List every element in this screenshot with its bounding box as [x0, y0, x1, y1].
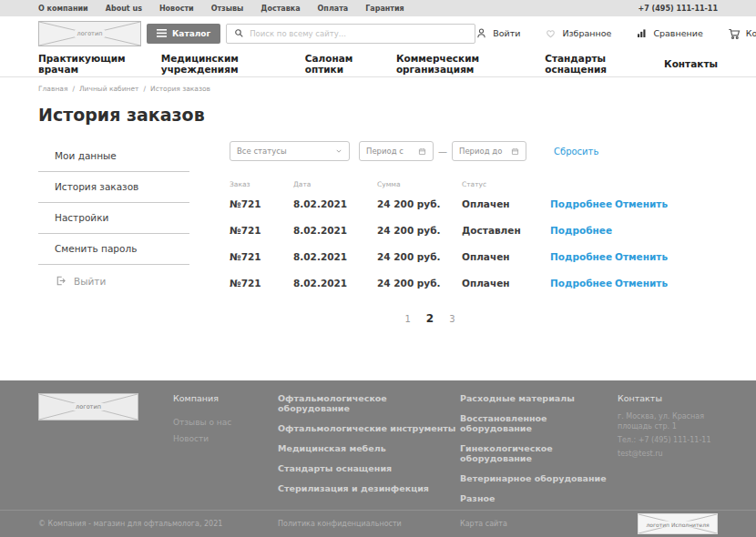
topbar-link[interactable]: О компании — [38, 5, 88, 13]
order-details-link[interactable]: Подробнее — [550, 251, 615, 262]
table-row: №721 8.02.2021 24 200 руб. Оплачен Подро… — [230, 198, 718, 209]
topbar-link[interactable]: Новости — [159, 5, 194, 13]
footer-category-link[interactable]: Офтальмологическое оборудование — [278, 393, 460, 413]
breadcrumb-separator: / — [143, 85, 146, 93]
order-details-link[interactable]: Подробнее — [550, 278, 615, 289]
orders-table-header: Заказ Дата Сумма Статус — [230, 180, 718, 188]
footer-category-link[interactable]: Разное — [460, 493, 618, 503]
search-box — [226, 24, 475, 44]
footer-category-link[interactable]: Стандарты оснащения — [278, 463, 460, 473]
search-input[interactable] — [250, 29, 467, 38]
page-title: История заказов — [0, 93, 756, 125]
orders-table-body: №721 8.02.2021 24 200 руб. Оплачен Подро… — [230, 198, 718, 289]
logout-icon — [55, 275, 66, 287]
status-select[interactable]: Все статусы — [230, 141, 350, 161]
hamburger-icon — [157, 29, 167, 37]
cart-icon — [728, 27, 741, 40]
footer-logo-label: логотип — [73, 403, 104, 410]
order-details-link[interactable]: Подробнее — [550, 225, 615, 236]
footer-category-link[interactable]: Расходные материалы — [460, 393, 618, 403]
sidebar-item[interactable]: Настройки — [38, 203, 189, 234]
developer-logo-label: логотип Исполнителя — [643, 521, 711, 527]
footer-category-link[interactable]: Восстановленное оборудование — [460, 413, 618, 433]
footer-link[interactable]: Отзывы о нас — [173, 418, 278, 427]
topbar-link[interactable]: Доставка — [261, 5, 300, 13]
site-logo[interactable]: логотип — [38, 21, 141, 46]
breadcrumb-item[interactable]: История заказов — [150, 85, 210, 93]
logout-button[interactable]: Выйти — [38, 265, 189, 287]
footer-category-link[interactable]: Стерилизация и дезинфекция — [278, 483, 460, 493]
pagination-page[interactable]: 3 — [449, 314, 455, 324]
privacy-policy-link[interactable]: Политика конфиденциальности — [278, 520, 460, 528]
chevron-down-icon — [335, 147, 342, 155]
compare-button[interactable]: Сравнение — [636, 27, 702, 39]
sidebar-item[interactable]: История заказов — [38, 172, 189, 203]
col-header-order: Заказ — [230, 180, 293, 188]
nav-item[interactable]: Стандарты оснащения — [545, 53, 642, 75]
cart-button[interactable]: Корзина — [728, 27, 756, 40]
footer-company-title[interactable]: Компания — [173, 393, 278, 403]
nav-item[interactable]: Практикующим врачам — [38, 53, 139, 75]
main-content: Мои данныеИстория заказовНастройкиСменит… — [0, 125, 756, 325]
topbar-link[interactable]: Оплата — [318, 5, 349, 13]
footer-logo[interactable]: логотип — [38, 393, 138, 420]
topbar-link[interactable]: Отзывы — [211, 5, 244, 13]
pagination-page[interactable]: 2 — [426, 312, 434, 325]
login-button[interactable]: Войти — [475, 27, 520, 39]
footer-category-link[interactable]: Ветеринарное оборудование — [460, 473, 618, 483]
footer-category-link[interactable]: Гинекологическое оборудование — [460, 443, 618, 463]
calendar-icon — [418, 147, 426, 156]
order-status: Доставлен — [462, 225, 550, 236]
footer-category-link[interactable]: Офтальмологические инструменты — [278, 423, 460, 433]
period-to-input[interactable]: Период до — [452, 141, 526, 161]
sidebar-item[interactable]: Мои данные — [38, 141, 189, 172]
favorites-button[interactable]: Избранное — [545, 27, 611, 39]
nav-item[interactable]: Салонам оптики — [305, 53, 374, 75]
topbar-phone: +7 (495) 111-11-11 — [639, 5, 718, 13]
order-cancel-link[interactable]: Отменить — [615, 278, 718, 289]
order-sum: 24 200 руб. — [377, 225, 462, 236]
pagination-page[interactable]: 1 — [404, 314, 410, 324]
topbar-link[interactable]: About us — [106, 5, 142, 13]
period-from-input[interactable]: Период с — [359, 141, 434, 161]
developer-logo[interactable]: логотип Исполнителя — [638, 513, 718, 534]
breadcrumb-item[interactable]: Главная — [38, 85, 67, 93]
order-details-link[interactable]: Подробнее — [550, 198, 615, 209]
nav-item[interactable]: Коммерческим организациям — [396, 53, 523, 75]
sidebar-item[interactable]: Сменить пароль — [38, 234, 189, 265]
footer-address: г. Москва, ул. Красная площадь стр. 1 — [618, 411, 725, 431]
order-cancel-link[interactable]: Отменить — [615, 251, 718, 262]
period-dash: — — [438, 147, 447, 157]
order-number: №721 — [230, 198, 293, 209]
catalog-button[interactable]: Каталог — [147, 24, 220, 44]
footer-link[interactable]: Новости — [173, 434, 278, 443]
breadcrumb-item[interactable]: Личный кабинет — [79, 85, 139, 93]
order-filters: Все статусы Период с — Период до Сбросит… — [230, 141, 718, 161]
cart-label: Корзина — [746, 28, 756, 38]
logout-label: Выйти — [74, 276, 106, 287]
header: логотип Каталог Войти Избранное Сравнени… — [0, 16, 756, 50]
col-header-status: Статус — [462, 180, 550, 188]
order-cancel-link[interactable]: Отменить — [615, 198, 718, 209]
reset-filters-link[interactable]: Сбросить — [554, 147, 598, 157]
footer-category-link[interactable]: Медицинская мебель — [278, 443, 460, 453]
footer-email[interactable]: test@test.ru — [618, 450, 725, 458]
nav-item[interactable]: Медицинским учреждениям — [161, 53, 283, 75]
col-header-sum: Сумма — [377, 180, 462, 188]
order-date: 8.02.2021 — [293, 278, 377, 289]
order-sum: 24 200 руб. — [377, 251, 462, 262]
user-icon — [475, 27, 487, 39]
footer-contacts-column: Контакты г. Москва, ул. Красная площадь … — [618, 393, 725, 510]
order-date: 8.02.2021 — [293, 251, 377, 262]
orders-content: Все статусы Период с — Период до Сбросит… — [230, 141, 718, 325]
sitemap-link[interactable]: Карта сайта — [460, 520, 638, 528]
topbar-link[interactable]: Гарантия — [365, 5, 404, 13]
order-sum: 24 200 руб. — [377, 198, 462, 209]
order-status: Оплачен — [462, 198, 550, 209]
topbar: О компанииAbout usНовостиОтзывыДоставкаО… — [0, 0, 756, 16]
table-row: №721 8.02.2021 24 200 руб. Оплачен Подро… — [230, 278, 718, 289]
footer-contacts-title: Контакты — [618, 393, 725, 403]
nav-item[interactable]: Контакты — [664, 58, 718, 69]
search-icon — [234, 28, 244, 38]
footer-top: логотип Компания Отзывы о насНовости Офт… — [0, 380, 756, 510]
